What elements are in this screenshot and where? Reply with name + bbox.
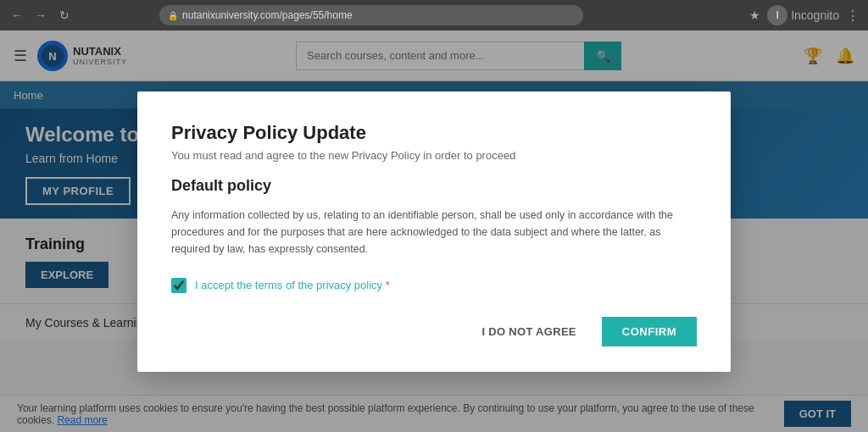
incognito-label: Incognito [791, 8, 839, 22]
modal-policy-title: Default policy [171, 177, 697, 195]
modal-policy-text: Any information collected by us, relatin… [171, 207, 697, 258]
confirm-button[interactable]: CONFIRM [602, 317, 697, 346]
browser-chrome: ← → ↻ 🔒 nutanixuniversity.com/pages/55/h… [0, 0, 868, 30]
url-bar[interactable]: 🔒 nutanixuniversity.com/pages/55/home [159, 5, 583, 25]
incognito-avatar: I [767, 5, 787, 25]
forward-button[interactable]: → [32, 7, 49, 24]
page-wrapper: ☰ N NUTANIX UNIVERSITY 🔍 🏆 🔔 Home [0, 30, 868, 432]
accept-terms-checkbox[interactable] [171, 278, 186, 293]
star-icon[interactable]: ★ [749, 8, 760, 22]
modal-subtitle: You must read and agree to the new Priva… [171, 149, 697, 162]
required-marker: * [382, 279, 390, 291]
lock-icon: 🔒 [168, 11, 178, 20]
back-button[interactable]: ← [8, 7, 25, 24]
menu-icon[interactable]: ⋮ [846, 8, 860, 24]
modal-actions: I DO NOT AGREE CONFIRM [171, 317, 697, 346]
incognito-area: I Incognito [767, 5, 839, 25]
checkbox-label-text: I accept the terms of the privacy policy [195, 279, 382, 291]
reload-button[interactable]: ↻ [56, 7, 73, 24]
modal-overlay: Privacy Policy Update You must read and … [0, 30, 868, 432]
do-not-agree-button[interactable]: I DO NOT AGREE [466, 317, 591, 346]
checkbox-row: I accept the terms of the privacy policy… [171, 278, 697, 293]
privacy-modal: Privacy Policy Update You must read and … [137, 91, 731, 372]
modal-title: Privacy Policy Update [171, 122, 697, 144]
url-text: nutanixuniversity.com/pages/55/home [182, 9, 353, 21]
browser-actions: ★ I Incognito ⋮ [749, 5, 860, 25]
checkbox-label: I accept the terms of the privacy policy… [195, 279, 390, 291]
